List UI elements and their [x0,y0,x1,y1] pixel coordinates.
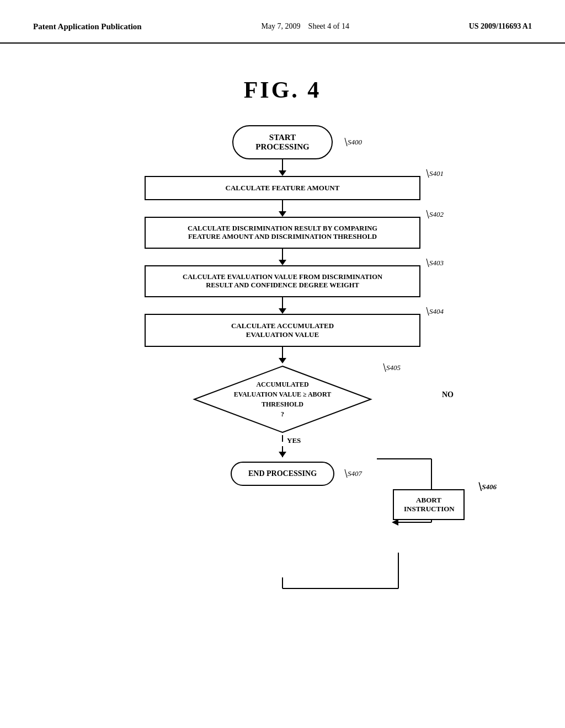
step-S407: END PROCESSING ╲S407 [89,462,476,486]
step-S401: CALCULATE FEATURE AMOUNT ╲S401 [89,176,476,200]
start-shape: STARTPROCESSING [232,125,333,159]
label-S407: ╲S407 [343,469,362,478]
rect-S401: CALCULATE FEATURE AMOUNT [145,176,420,200]
label-S402: ╲S402 [425,210,444,219]
step-S403: CALCULATE EVALUATION VALUE FROM DISCRIMI… [89,265,476,297]
label-S406: ╲S406 [477,483,497,491]
label-S404: ╲S404 [425,307,444,316]
label-S401: ╲S401 [425,169,444,178]
figure-title: FIG. 4 [0,77,565,103]
diamond-text-S405: ACCUMULATED EVALUATION VALUE ≥ ABORT THR… [216,379,349,419]
step-S402: CALCULATE DISCRIMINATION RESULT BY COMPA… [89,217,476,249]
end-shape: END PROCESSING [231,462,334,486]
step-S404: CALCULATE ACCUMULATED EVALUATION VALUE ╲… [89,314,476,347]
header-right: US 2009/116693 A1 [469,22,532,31]
header-center: May 7, 2009 Sheet 4 of 14 [261,22,349,31]
rect-S404: CALCULATE ACCUMULATED EVALUATION VALUE [145,314,420,347]
page-header: Patent Application Publication May 7, 20… [0,0,565,44]
rect-S402: CALCULATE DISCRIMINATION RESULT BY COMPA… [145,217,420,249]
label-S400: ╲S400 [343,138,362,147]
header-left: Patent Application Publication [33,22,142,31]
step-S405: ACCUMULATED EVALUATION VALUE ≥ ABORT THR… [89,363,476,435]
no-label: NO [442,390,454,399]
label-S403: ╲S403 [425,259,444,267]
step-S406: ABORTINSTRUCTION ╲S406 [393,489,465,520]
label-S405: ╲S405 [382,363,401,372]
rect-S403: CALCULATE EVALUATION VALUE FROM DISCRIMI… [145,265,420,297]
step-S400: STARTPROCESSING ╲S400 [89,125,476,159]
yes-label: YES [287,436,301,445]
